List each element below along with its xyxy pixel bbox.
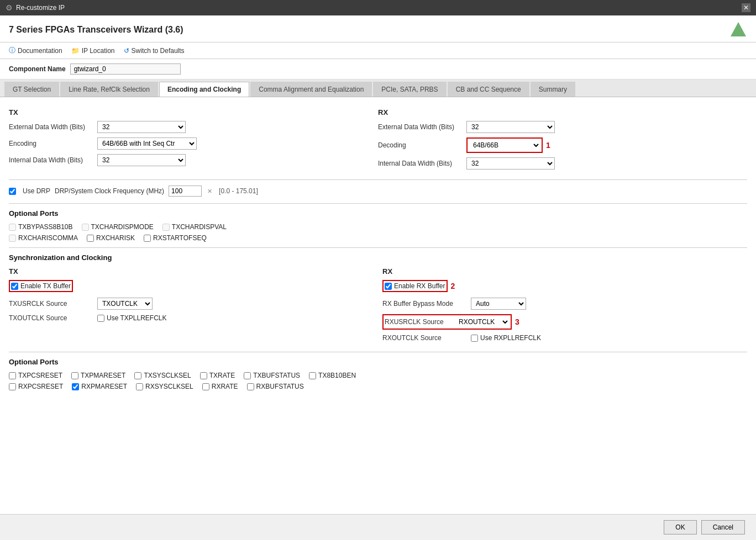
enable-rx-buffer-wrap: Enable RX Buffer 2	[382, 280, 455, 292]
tx-ext-data-width-select[interactable]: 32 8 16 64	[97, 121, 186, 133]
txchardispmode-label: TXCHARDISPMODE	[91, 223, 154, 231]
txoutclk-source-label: TXOUTCLK Source	[9, 314, 97, 322]
optional-ports2-section: Optional Ports TXPCSRESET TXPMARESET TXS…	[9, 358, 747, 390]
rxusrclk-source-select[interactable]: RXOUTCLK TXOUTCLK	[454, 316, 510, 327]
sync-rx-column: RX Enable RX Buffer 2 RX Buffer Bypass M	[382, 267, 747, 346]
txpcsreset-checkbox[interactable]	[9, 372, 16, 379]
tx-encoding-select[interactable]: 64B/66B with Int Seq Ctr 8B/10B 64B/66B	[97, 137, 197, 150]
app-title: 7 Series FPGAs Transceivers Wizard (3.6)	[9, 25, 183, 35]
rxcharisk-label: RXCHARISK	[96, 234, 135, 242]
rxpcsreset-label: RXPCSRESET	[18, 383, 63, 390]
rx-buffer-bypass-select[interactable]: Auto Manual	[471, 298, 526, 310]
rxstartofseq-item: RXSTARTOFSEQ	[144, 234, 207, 242]
footer-buttons: OK Cancel	[0, 514, 756, 527]
txpmareset-checkbox[interactable]	[71, 372, 78, 379]
txusrclk-source-select[interactable]: TXOUTCLK RXOUTCLK	[97, 298, 153, 310]
tab-gt-selection[interactable]: GT Selection	[4, 82, 59, 97]
rxcharisk-item: RXCHARISK	[87, 234, 135, 242]
rxusrclk-source-label: RXUSRCLK Source	[385, 318, 451, 326]
app-header: 7 Series FPGAs Transceivers Wizard (3.6)	[0, 15, 756, 43]
rxstartofseq-label: RXSTARTOFSEQ	[153, 234, 207, 242]
app-icon: ⚙	[6, 3, 13, 12]
rxbufstatus-checkbox[interactable]	[247, 383, 254, 390]
enable-tx-buffer-label: Enable TX Buffer	[20, 282, 71, 290]
enable-tx-buffer-checkbox[interactable]	[11, 283, 18, 290]
title-bar: ⚙ Re-customize IP ✕	[0, 0, 756, 15]
optional-ports2-row2: RXPCSRESET RXPMARESET RXSYSCLKSEL RXRATE…	[9, 383, 747, 390]
drp-clear-icon[interactable]: ✕	[207, 188, 212, 195]
optional-ports-section: Optional Ports TXBYPASS8B10B TXCHARDISPM…	[9, 209, 747, 242]
tab-line-rate[interactable]: Line Rate, RefClk Selection	[60, 82, 158, 97]
rxcharisk-checkbox[interactable]	[87, 235, 94, 242]
optional-ports2-row1: TXPCSRESET TXPMARESET TXSYSCLKSEL TXRATE…	[9, 372, 747, 379]
annotation-3: 3	[515, 317, 519, 326]
tab-comma-alignment[interactable]: Comma Alignment and Equalization	[250, 82, 372, 97]
rxpcsreset-checkbox[interactable]	[9, 383, 16, 390]
use-drp-checkbox[interactable]	[9, 188, 16, 195]
rxpmareset-checkbox[interactable]	[72, 383, 79, 390]
tab-encoding-clocking[interactable]: Encoding and Clocking	[159, 82, 249, 97]
main-content: TX External Data Width (Bits) 32 8 16 64…	[0, 97, 756, 527]
txchardispval-item: TXCHARDISPVAL	[162, 223, 227, 231]
refresh-icon: ↺	[124, 47, 129, 55]
rxchariscomma-checkbox[interactable]	[9, 235, 16, 242]
txbufstatus-label: TXBUFSTATUS	[253, 372, 300, 379]
txbypass-label: TXBYPASS8B10B	[18, 223, 73, 231]
txbufstatus-checkbox[interactable]	[244, 372, 251, 379]
documentation-link[interactable]: ⓘ Documentation	[9, 46, 62, 55]
rx-int-data-width-select[interactable]: 32 16 64	[466, 157, 555, 170]
rxchariscomma-item: RXCHARISCOMMA	[9, 234, 78, 242]
sync-tx-rx-grid: TX Enable TX Buffer TXUSRCLK Source TXOU…	[9, 267, 747, 346]
txusrclk-source-label: TXUSRCLK Source	[9, 300, 97, 308]
enable-tx-buffer-item: Enable TX Buffer	[11, 282, 71, 290]
rxsysclksel-item: RXSYSCLKSEL	[136, 383, 193, 390]
rx-decoding-redbox: 64B/66B 8B/10B 1	[466, 137, 550, 153]
ip-location-link[interactable]: 📁 IP Location	[71, 47, 115, 55]
txsysclksel-checkbox[interactable]	[134, 372, 141, 379]
rx-ext-data-width-label: External Data Width (Bits)	[378, 123, 466, 131]
use-txpllrefclk-checkbox[interactable]	[97, 315, 104, 322]
tx8b10ben-checkbox[interactable]	[309, 372, 316, 379]
toolbar: ⓘ Documentation 📁 IP Location ↺ Switch t…	[0, 43, 756, 59]
component-name-input[interactable]	[70, 63, 181, 75]
txchardispval-checkbox[interactable]	[162, 224, 170, 231]
sync-clocking-section: Synchronization and Clocking TX Enable T…	[9, 253, 747, 346]
tx-int-data-width-select[interactable]: 32 16 64	[97, 154, 186, 166]
tab-summary[interactable]: Summary	[531, 82, 575, 97]
txrate-checkbox[interactable]	[200, 372, 207, 379]
info-icon: ⓘ	[9, 46, 15, 55]
rxrate-label: RXRATE	[212, 383, 238, 390]
rx-header: RX	[378, 108, 747, 117]
tab-pcie-sata-prbs[interactable]: PCIe, SATA, PRBS	[373, 82, 446, 97]
switch-to-defaults-link[interactable]: ↺ Switch to Defaults	[124, 47, 185, 55]
rxstartofseq-checkbox[interactable]	[144, 235, 151, 242]
use-rxpllrefclk-item: Use RXPLLREFCLK	[471, 334, 541, 342]
txsysclksel-item: TXSYSCLKSEL	[134, 372, 191, 379]
txchardispmode-checkbox[interactable]	[82, 224, 89, 231]
rxchariscomma-label: RXCHARISCOMMA	[18, 234, 78, 242]
close-button[interactable]: ✕	[742, 3, 750, 12]
cancel-button[interactable]: Cancel	[701, 520, 745, 527]
use-rxpllrefclk-checkbox[interactable]	[471, 335, 478, 342]
tab-cb-cc[interactable]: CB and CC Sequence	[448, 82, 529, 97]
rx-decoding-label: Decoding	[378, 141, 466, 149]
sync-rx-header: RX	[382, 267, 747, 276]
drp-clock-input[interactable]	[169, 186, 202, 197]
rx-ext-data-width-select[interactable]: 32 8 16 64	[466, 121, 555, 133]
txbypass-checkbox[interactable]	[9, 224, 16, 231]
optional-ports-row1: TXBYPASS8B10B TXCHARDISPMODE TXCHARDISPV…	[9, 223, 747, 231]
enable-rx-buffer-checkbox[interactable]	[385, 283, 392, 290]
annotation-2: 2	[451, 282, 455, 290]
rx-decoding-select[interactable]: 64B/66B 8B/10B	[469, 140, 540, 151]
sync-tx-header: TX	[9, 267, 374, 276]
txpmareset-label: TXPMARESET	[81, 372, 125, 379]
drp-range-text: [0.0 - 175.01]	[219, 187, 258, 195]
txchardispmode-item: TXCHARDISPMODE	[82, 223, 154, 231]
enable-rx-buffer-redbox: Enable RX Buffer	[382, 280, 448, 292]
rxrate-checkbox[interactable]	[202, 383, 209, 390]
rxsysclksel-checkbox[interactable]	[136, 383, 143, 390]
tx-section: TX External Data Width (Bits) 32 8 16 64…	[9, 108, 378, 174]
ok-button[interactable]: OK	[664, 520, 696, 527]
folder-icon: 📁	[71, 47, 80, 55]
title-bar-text: Re-customize IP	[16, 4, 65, 12]
